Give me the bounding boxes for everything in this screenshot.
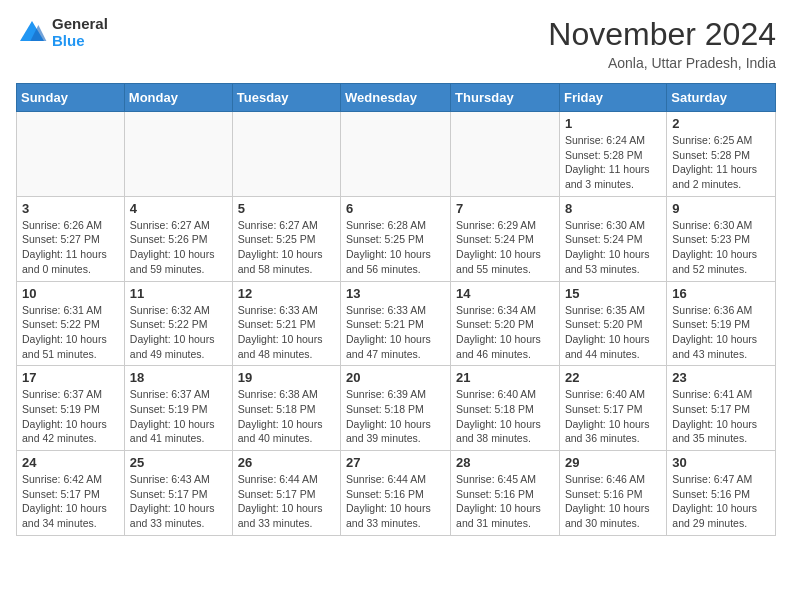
- month-title: November 2024: [548, 16, 776, 53]
- day-info: Sunrise: 6:27 AM Sunset: 5:25 PM Dayligh…: [238, 218, 335, 277]
- day-info: Sunrise: 6:41 AM Sunset: 5:17 PM Dayligh…: [672, 387, 770, 446]
- weekday-header-thursday: Thursday: [451, 84, 560, 112]
- calendar-cell: 30Sunrise: 6:47 AM Sunset: 5:16 PM Dayli…: [667, 451, 776, 536]
- calendar-cell: 8Sunrise: 6:30 AM Sunset: 5:24 PM Daylig…: [559, 196, 666, 281]
- day-info: Sunrise: 6:47 AM Sunset: 5:16 PM Dayligh…: [672, 472, 770, 531]
- calendar-cell: 7Sunrise: 6:29 AM Sunset: 5:24 PM Daylig…: [451, 196, 560, 281]
- day-number: 21: [456, 370, 554, 385]
- day-number: 11: [130, 286, 227, 301]
- calendar-cell: 17Sunrise: 6:37 AM Sunset: 5:19 PM Dayli…: [17, 366, 125, 451]
- day-number: 4: [130, 201, 227, 216]
- logo: General Blue: [16, 16, 108, 49]
- day-number: 15: [565, 286, 661, 301]
- day-number: 14: [456, 286, 554, 301]
- day-number: 24: [22, 455, 119, 470]
- day-info: Sunrise: 6:30 AM Sunset: 5:24 PM Dayligh…: [565, 218, 661, 277]
- day-info: Sunrise: 6:24 AM Sunset: 5:28 PM Dayligh…: [565, 133, 661, 192]
- calendar-cell: 5Sunrise: 6:27 AM Sunset: 5:25 PM Daylig…: [232, 196, 340, 281]
- day-number: 23: [672, 370, 770, 385]
- day-info: Sunrise: 6:32 AM Sunset: 5:22 PM Dayligh…: [130, 303, 227, 362]
- day-number: 20: [346, 370, 445, 385]
- day-info: Sunrise: 6:30 AM Sunset: 5:23 PM Dayligh…: [672, 218, 770, 277]
- calendar-cell: 13Sunrise: 6:33 AM Sunset: 5:21 PM Dayli…: [341, 281, 451, 366]
- day-number: 10: [22, 286, 119, 301]
- calendar-cell: [341, 112, 451, 197]
- weekday-header-saturday: Saturday: [667, 84, 776, 112]
- week-row-2: 3Sunrise: 6:26 AM Sunset: 5:27 PM Daylig…: [17, 196, 776, 281]
- calendar-body: 1Sunrise: 6:24 AM Sunset: 5:28 PM Daylig…: [17, 112, 776, 536]
- calendar-cell: 29Sunrise: 6:46 AM Sunset: 5:16 PM Dayli…: [559, 451, 666, 536]
- day-number: 13: [346, 286, 445, 301]
- day-number: 18: [130, 370, 227, 385]
- day-number: 29: [565, 455, 661, 470]
- day-number: 17: [22, 370, 119, 385]
- day-info: Sunrise: 6:42 AM Sunset: 5:17 PM Dayligh…: [22, 472, 119, 531]
- week-row-4: 17Sunrise: 6:37 AM Sunset: 5:19 PM Dayli…: [17, 366, 776, 451]
- calendar-cell: 20Sunrise: 6:39 AM Sunset: 5:18 PM Dayli…: [341, 366, 451, 451]
- day-info: Sunrise: 6:44 AM Sunset: 5:17 PM Dayligh…: [238, 472, 335, 531]
- day-number: 12: [238, 286, 335, 301]
- calendar-cell: [124, 112, 232, 197]
- calendar-cell: 28Sunrise: 6:45 AM Sunset: 5:16 PM Dayli…: [451, 451, 560, 536]
- week-row-1: 1Sunrise: 6:24 AM Sunset: 5:28 PM Daylig…: [17, 112, 776, 197]
- calendar-cell: [451, 112, 560, 197]
- day-info: Sunrise: 6:37 AM Sunset: 5:19 PM Dayligh…: [130, 387, 227, 446]
- day-info: Sunrise: 6:35 AM Sunset: 5:20 PM Dayligh…: [565, 303, 661, 362]
- calendar-cell: 27Sunrise: 6:44 AM Sunset: 5:16 PM Dayli…: [341, 451, 451, 536]
- day-number: 30: [672, 455, 770, 470]
- calendar-cell: 12Sunrise: 6:33 AM Sunset: 5:21 PM Dayli…: [232, 281, 340, 366]
- day-number: 5: [238, 201, 335, 216]
- day-info: Sunrise: 6:36 AM Sunset: 5:19 PM Dayligh…: [672, 303, 770, 362]
- day-info: Sunrise: 6:33 AM Sunset: 5:21 PM Dayligh…: [238, 303, 335, 362]
- logo-icon: [16, 17, 48, 49]
- day-number: 9: [672, 201, 770, 216]
- weekday-header-wednesday: Wednesday: [341, 84, 451, 112]
- page-header: General Blue November 2024 Aonla, Uttar …: [16, 16, 776, 71]
- day-number: 6: [346, 201, 445, 216]
- calendar-cell: 2Sunrise: 6:25 AM Sunset: 5:28 PM Daylig…: [667, 112, 776, 197]
- day-number: 22: [565, 370, 661, 385]
- day-info: Sunrise: 6:27 AM Sunset: 5:26 PM Dayligh…: [130, 218, 227, 277]
- week-row-5: 24Sunrise: 6:42 AM Sunset: 5:17 PM Dayli…: [17, 451, 776, 536]
- day-number: 28: [456, 455, 554, 470]
- day-number: 7: [456, 201, 554, 216]
- calendar-cell: 26Sunrise: 6:44 AM Sunset: 5:17 PM Dayli…: [232, 451, 340, 536]
- week-row-3: 10Sunrise: 6:31 AM Sunset: 5:22 PM Dayli…: [17, 281, 776, 366]
- calendar-cell: 15Sunrise: 6:35 AM Sunset: 5:20 PM Dayli…: [559, 281, 666, 366]
- calendar-cell: 14Sunrise: 6:34 AM Sunset: 5:20 PM Dayli…: [451, 281, 560, 366]
- day-info: Sunrise: 6:26 AM Sunset: 5:27 PM Dayligh…: [22, 218, 119, 277]
- day-info: Sunrise: 6:46 AM Sunset: 5:16 PM Dayligh…: [565, 472, 661, 531]
- calendar-header: SundayMondayTuesdayWednesdayThursdayFrid…: [17, 84, 776, 112]
- title-block: November 2024 Aonla, Uttar Pradesh, Indi…: [548, 16, 776, 71]
- day-info: Sunrise: 6:25 AM Sunset: 5:28 PM Dayligh…: [672, 133, 770, 192]
- day-info: Sunrise: 6:31 AM Sunset: 5:22 PM Dayligh…: [22, 303, 119, 362]
- calendar-cell: 19Sunrise: 6:38 AM Sunset: 5:18 PM Dayli…: [232, 366, 340, 451]
- day-number: 3: [22, 201, 119, 216]
- day-number: 19: [238, 370, 335, 385]
- calendar-cell: 10Sunrise: 6:31 AM Sunset: 5:22 PM Dayli…: [17, 281, 125, 366]
- calendar-cell: 1Sunrise: 6:24 AM Sunset: 5:28 PM Daylig…: [559, 112, 666, 197]
- day-number: 16: [672, 286, 770, 301]
- day-info: Sunrise: 6:40 AM Sunset: 5:17 PM Dayligh…: [565, 387, 661, 446]
- weekday-header-tuesday: Tuesday: [232, 84, 340, 112]
- calendar-cell: 4Sunrise: 6:27 AM Sunset: 5:26 PM Daylig…: [124, 196, 232, 281]
- calendar-cell: 21Sunrise: 6:40 AM Sunset: 5:18 PM Dayli…: [451, 366, 560, 451]
- day-info: Sunrise: 6:29 AM Sunset: 5:24 PM Dayligh…: [456, 218, 554, 277]
- calendar-cell: 24Sunrise: 6:42 AM Sunset: 5:17 PM Dayli…: [17, 451, 125, 536]
- calendar-cell: 6Sunrise: 6:28 AM Sunset: 5:25 PM Daylig…: [341, 196, 451, 281]
- calendar-cell: [232, 112, 340, 197]
- logo-general: General: [52, 16, 108, 33]
- day-info: Sunrise: 6:40 AM Sunset: 5:18 PM Dayligh…: [456, 387, 554, 446]
- calendar-cell: 23Sunrise: 6:41 AM Sunset: 5:17 PM Dayli…: [667, 366, 776, 451]
- day-number: 1: [565, 116, 661, 131]
- logo-blue: Blue: [52, 33, 108, 50]
- calendar-cell: 22Sunrise: 6:40 AM Sunset: 5:17 PM Dayli…: [559, 366, 666, 451]
- calendar-cell: [17, 112, 125, 197]
- location: Aonla, Uttar Pradesh, India: [548, 55, 776, 71]
- logo-text: General Blue: [52, 16, 108, 49]
- weekday-header-monday: Monday: [124, 84, 232, 112]
- calendar-table: SundayMondayTuesdayWednesdayThursdayFrid…: [16, 83, 776, 536]
- day-info: Sunrise: 6:28 AM Sunset: 5:25 PM Dayligh…: [346, 218, 445, 277]
- day-number: 2: [672, 116, 770, 131]
- day-info: Sunrise: 6:34 AM Sunset: 5:20 PM Dayligh…: [456, 303, 554, 362]
